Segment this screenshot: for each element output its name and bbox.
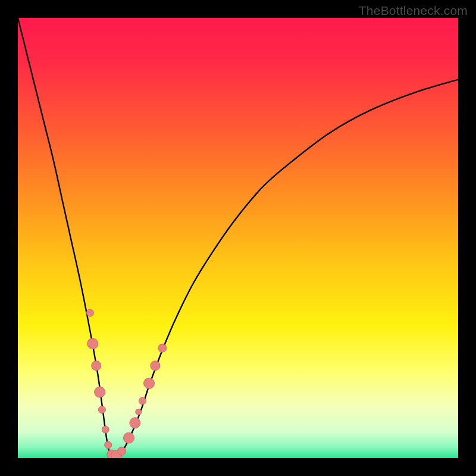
- marker-point: [95, 387, 105, 397]
- marker-point: [86, 309, 93, 317]
- marker-point: [92, 361, 101, 371]
- chart-frame: TheBottleneck.com: [0, 0, 476, 476]
- marker-point: [158, 344, 167, 352]
- marker-point: [144, 378, 155, 389]
- marker-point: [123, 433, 134, 443]
- marker-point: [87, 339, 98, 349]
- marker-point: [130, 418, 140, 428]
- plot-area: [18, 18, 458, 458]
- marker-point: [139, 397, 146, 405]
- marker-point: [151, 361, 160, 371]
- marker-point: [98, 406, 105, 414]
- gradient-background: [18, 18, 458, 458]
- marker-point: [136, 409, 142, 415]
- marker-point: [118, 447, 126, 455]
- marker-point: [105, 441, 112, 449]
- watermark-text: TheBottleneck.com: [359, 4, 468, 18]
- chart-svg: [18, 18, 458, 458]
- marker-point: [102, 426, 109, 433]
